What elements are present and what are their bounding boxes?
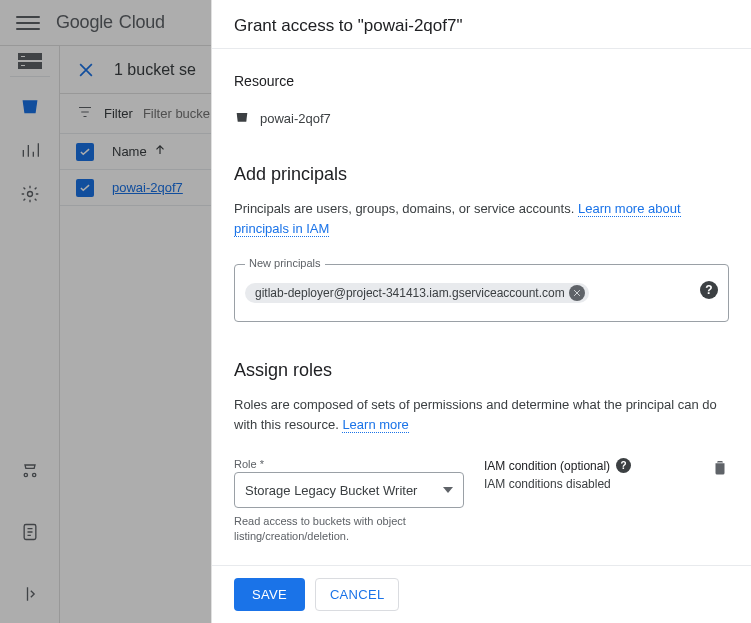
delete-role-button[interactable] bbox=[711, 458, 729, 479]
principal-chip-text: gitlab-deployer@project-341413.iam.gserv… bbox=[255, 286, 565, 300]
condition-value: IAM conditions disabled bbox=[484, 477, 691, 491]
role-select[interactable]: Storage Legacy Bucket Writer bbox=[234, 472, 464, 508]
role-select-value: Storage Legacy Bucket Writer bbox=[245, 483, 417, 498]
new-principals-label: New principals bbox=[245, 257, 325, 269]
resource-name: powai-2qof7 bbox=[260, 111, 331, 126]
bucket-icon bbox=[234, 109, 250, 128]
chevron-down-icon bbox=[443, 485, 453, 495]
save-button[interactable]: SAVE bbox=[234, 578, 305, 611]
role-hint: Read access to buckets with object listi… bbox=[234, 514, 464, 544]
assign-roles-heading: Assign roles bbox=[234, 360, 729, 381]
grant-access-panel: Grant access to "powai-2qof7" Resource p… bbox=[211, 0, 751, 623]
condition-label: IAM condition (optional) bbox=[484, 459, 610, 473]
new-principals-input[interactable]: New principals gitlab-deployer@project-3… bbox=[234, 264, 729, 322]
role-row: Role * Storage Legacy Bucket Writer Read… bbox=[234, 458, 729, 544]
help-icon[interactable]: ? bbox=[616, 458, 631, 473]
add-principals-desc: Principals are users, groups, domains, o… bbox=[234, 199, 729, 238]
learn-more-roles-link[interactable]: Learn more bbox=[342, 417, 408, 433]
panel-title: Grant access to "powai-2qof7" bbox=[212, 0, 751, 49]
help-icon[interactable]: ? bbox=[700, 281, 718, 299]
principal-chip: gitlab-deployer@project-341413.iam.gserv… bbox=[245, 283, 589, 303]
remove-chip-icon[interactable] bbox=[569, 285, 585, 301]
cancel-button[interactable]: CANCEL bbox=[315, 578, 400, 611]
panel-footer: SAVE CANCEL bbox=[212, 565, 751, 623]
assign-roles-desc: Roles are composed of sets of permission… bbox=[234, 395, 729, 434]
add-principals-heading: Add principals bbox=[234, 164, 729, 185]
resource-heading: Resource bbox=[234, 73, 729, 89]
role-label: Role * bbox=[234, 458, 464, 470]
resource-row: powai-2qof7 bbox=[234, 109, 729, 128]
